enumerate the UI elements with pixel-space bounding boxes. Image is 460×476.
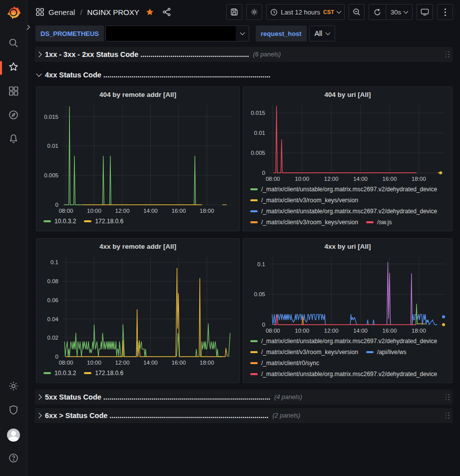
sidebar-item-profile[interactable] — [3, 425, 23, 445]
sidebar-item-server-admin[interactable] — [3, 401, 23, 421]
svg-text:08:00: 08:00 — [59, 360, 73, 366]
clock-icon — [270, 8, 278, 16]
legend-item[interactable]: /api/live/ws — [366, 348, 407, 357]
svg-text:0: 0 — [262, 170, 265, 176]
legend-swatch — [250, 340, 258, 342]
time-series-chart[interactable]: 00.0050.010.01508:0010:0012:0014:0016:00… — [246, 101, 449, 184]
datasource-variable-label[interactable]: DS_PROMETHEUS — [35, 25, 104, 41]
request-host-value: All — [315, 29, 323, 37]
dashboard-canvas: 1xx - 3xx - 2xx Status Code ............… — [27, 46, 460, 476]
svg-text:12:00: 12:00 — [115, 208, 130, 214]
row-panel-count: (4 panels) — [274, 394, 302, 401]
legend-item[interactable]: /_matrix/client/r0/sync — [250, 359, 319, 368]
chevron-right-icon — [25, 25, 30, 30]
sidebar-item-dashboards[interactable] — [3, 82, 23, 102]
svg-text:10:00: 10:00 — [87, 360, 101, 366]
dashboard-title[interactable]: NGINX PROXY — [87, 8, 139, 16]
sidebar-item-configuration[interactable] — [3, 377, 23, 397]
legend-item[interactable]: /_matrix/client/unstable/org.matrix.msc2… — [250, 207, 437, 216]
legend-item[interactable]: /_matrix/client/unstable/org.matrix.msc2… — [250, 337, 437, 346]
legend-item[interactable]: /_matrix/client/v3/room_keys/version — [250, 218, 358, 227]
legend-item[interactable]: 172.18.0.6 — [84, 369, 123, 378]
save-dashboard-button[interactable] — [226, 4, 242, 20]
row-panel-count: (6 panels) — [253, 51, 281, 58]
legend-swatch — [43, 372, 51, 374]
zoom-out-icon — [353, 8, 361, 16]
refresh-button[interactable] — [369, 4, 386, 19]
panel-title[interactable]: 4xx by uri [All] — [246, 241, 449, 253]
panel-404-by-remote-addr: 404 by remote addr [All] 00.0050.010.015… — [36, 86, 240, 231]
row-drag-handle[interactable] — [446, 394, 450, 401]
sidebar-bottom-group — [3, 375, 23, 471]
svg-text:0: 0 — [262, 322, 265, 328]
panel-4xx-by-remote-addr: 4xx by remote addr [All] 00.020.040.060.… — [36, 238, 240, 383]
svg-text:18:00: 18:00 — [412, 176, 426, 182]
panel-title[interactable]: 4xx by remote addr [All] — [39, 241, 236, 253]
grafana-logo[interactable] — [5, 4, 22, 21]
sidebar-item-explore[interactable] — [3, 106, 23, 126]
row-title: 1xx - 3xx - 2xx Status Code ............… — [45, 50, 249, 58]
time-series-chart[interactable]: 00.050.108:0010:0012:0014:0016:0018:00 — [246, 253, 449, 336]
dashboards-grid-icon — [8, 85, 19, 98]
zoom-out-button[interactable] — [349, 4, 365, 20]
row-header-6xx[interactable]: 6xx > Status Code ......................… — [35, 408, 453, 423]
svg-text:16:00: 16:00 — [383, 176, 397, 182]
legend-item[interactable]: /_matrix/client/unstable/org.matrix.msc2… — [250, 185, 437, 194]
legend-swatch — [250, 221, 258, 223]
legend-label: /_matrix/client/v3/room_keys/version — [261, 197, 358, 204]
sidebar-item-starred[interactable] — [3, 58, 23, 78]
row-header-5xx[interactable]: 5xx Status Code ........................… — [35, 390, 453, 405]
svg-text:0.05: 0.05 — [254, 291, 265, 297]
legend-label: /api/live/ws — [377, 349, 407, 356]
sidebar — [0, 0, 27, 476]
svg-text:0.06: 0.06 — [47, 297, 58, 303]
svg-text:12:00: 12:00 — [324, 328, 339, 334]
svg-text:0.1: 0.1 — [50, 259, 58, 265]
more-options-kebab-button[interactable] — [437, 4, 453, 20]
refresh-interval-dropdown[interactable]: 30s — [386, 4, 412, 19]
datasource-variable-dropdown[interactable] — [105, 25, 249, 41]
request-host-variable-dropdown[interactable]: All — [309, 25, 336, 41]
tv-mode-button[interactable] — [417, 4, 433, 20]
sidebar-item-help[interactable] — [3, 449, 23, 469]
row-drag-handle[interactable] — [446, 413, 450, 419]
svg-text:0.005: 0.005 — [44, 172, 58, 178]
star-favorite-icon[interactable] — [145, 7, 154, 16]
row-header-4xx[interactable]: 4xx Status Code ........................… — [35, 67, 453, 82]
breadcrumb-section[interactable]: General — [48, 8, 75, 16]
sidebar-expand-button[interactable] — [22, 21, 33, 33]
legend-item[interactable]: /_matrix/client/unstable/org.matrix.msc2… — [250, 370, 437, 379]
svg-text:08:00: 08:00 — [59, 208, 73, 214]
panel-title[interactable]: 404 by uri [All] — [246, 89, 449, 101]
chevron-right-icon — [36, 413, 41, 418]
dashboard-settings-button[interactable] — [246, 4, 262, 20]
time-series-chart[interactable]: 00.020.040.060.080.108:0010:0012:0014:00… — [39, 253, 236, 368]
legend-item[interactable]: 10.0.3.2 — [43, 217, 76, 226]
panel-legend: 10.0.3.2172.18.0.6 — [39, 216, 236, 229]
share-icon[interactable] — [162, 7, 171, 16]
row-header-1xx-3xx-2xx[interactable]: 1xx - 3xx - 2xx Status Code ............… — [35, 47, 453, 62]
legend-swatch — [43, 220, 51, 222]
legend-item[interactable]: /_matrix/client/v3/room_keys/version — [250, 196, 358, 205]
sidebar-item-alerting[interactable] — [3, 130, 23, 150]
request-host-variable-label[interactable]: request_host — [256, 25, 307, 41]
sidebar-item-search[interactable] — [3, 34, 23, 54]
panel-title[interactable]: 404 by remote addr [All] — [39, 89, 236, 101]
chevron-down-icon — [326, 30, 331, 35]
legend-item[interactable]: 172.18.0.6 — [84, 217, 123, 226]
legend-item[interactable]: 10.0.3.2 — [43, 369, 76, 378]
svg-text:0.02: 0.02 — [47, 335, 58, 341]
legend-label: 172.18.0.6 — [95, 218, 123, 225]
legend-label: /_matrix/client/v3/room_keys/version — [261, 219, 358, 226]
row-drag-handle[interactable] — [446, 51, 450, 58]
time-series-chart[interactable]: 00.0050.010.01508:0010:0012:0014:0016:00… — [39, 101, 236, 216]
svg-text:18:00: 18:00 — [200, 208, 214, 214]
apps-grid-icon[interactable] — [35, 7, 44, 16]
legend-swatch — [250, 188, 258, 190]
svg-text:14:00: 14:00 — [143, 208, 158, 214]
legend-swatch — [250, 373, 258, 375]
legend-item[interactable]: /_matrix/client/v3/room_keys/version — [250, 348, 358, 357]
time-range-picker[interactable]: Last 12 hours CST — [266, 4, 345, 20]
main-area: General / NGINX PROXY — [27, 0, 460, 476]
legend-item[interactable]: /sw.js — [366, 218, 392, 227]
